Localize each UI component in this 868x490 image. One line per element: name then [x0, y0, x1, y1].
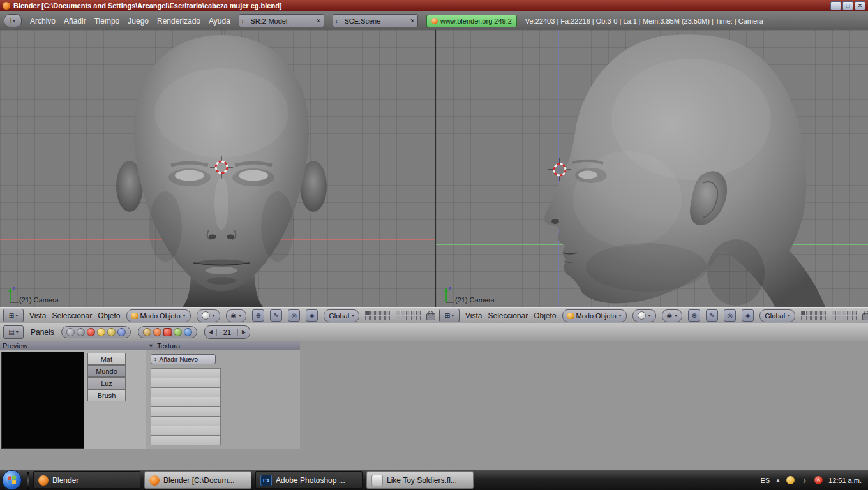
context-shading-button[interactable]: [87, 328, 95, 336]
menu-anadir[interactable]: Añadir: [64, 17, 86, 26]
subcontext-world-button[interactable]: [184, 328, 192, 336]
language-indicator[interactable]: ES: [760, 477, 770, 484]
texture-slot[interactable]: [151, 426, 221, 436]
pivot-dropdown[interactable]: ◉ ▾: [662, 309, 683, 322]
menu-seleccionar[interactable]: Seleccionar: [52, 311, 92, 320]
taskbar-item-photoshop[interactable]: Ps Adobe Photoshop ...: [255, 471, 363, 489]
screen-selector-value[interactable]: SR:2-Model: [246, 17, 313, 25]
texture-slot[interactable]: [151, 416, 221, 426]
subcontext-radio-button[interactable]: [174, 328, 182, 336]
frame-next-icon[interactable]: ▶: [238, 329, 250, 335]
draw-type-dropdown[interactable]: ▾: [632, 309, 656, 322]
subcontext-lamp-button[interactable]: [143, 328, 151, 336]
layer-buttons-group-1[interactable]: [801, 311, 826, 320]
menu-seleccionar[interactable]: Seleccionar: [488, 311, 528, 320]
menu-ayuda[interactable]: Ayuda: [209, 17, 230, 26]
draw-type-dropdown[interactable]: ▾: [197, 309, 220, 322]
texture-slot[interactable]: [151, 387, 221, 397]
menu-juego[interactable]: Juego: [128, 17, 149, 26]
screen-selector[interactable]: ↕ SR:2-Model ✕: [239, 14, 324, 27]
app-menu-button[interactable]: i ▾: [4, 14, 22, 27]
manipulator-rotate-button[interactable]: ◎: [288, 309, 300, 322]
viewport-divider[interactable]: [435, 30, 436, 323]
editor-type-button[interactable]: ⊞ ▾: [3, 309, 24, 322]
taskbar-item-media[interactable]: Like Toy Soldiers.fl...: [366, 471, 474, 489]
mode-dropdown[interactable]: Modo Objeto ▾: [126, 309, 191, 322]
user-tray-icon[interactable]: [786, 476, 795, 484]
info-icon: i: [10, 17, 11, 24]
minimize-button[interactable]: –: [830, 1, 841, 10]
context-script-button[interactable]: [77, 328, 85, 336]
manipulator-snap-button[interactable]: ◈: [306, 309, 318, 322]
manipulator-edit-button[interactable]: ✎: [270, 309, 282, 322]
tray-expand-icon[interactable]: ▲: [775, 477, 781, 483]
texture-slot[interactable]: [151, 435, 221, 445]
screen-close-icon[interactable]: ✕: [313, 18, 324, 24]
pivot-dropdown[interactable]: ◉ ▾: [226, 309, 247, 322]
context-logic-button[interactable]: [66, 328, 75, 336]
viewport-side[interactable]: z (21) Camera: [436, 30, 868, 307]
menu-renderizado[interactable]: Renderizado: [157, 17, 200, 26]
stepper-icon[interactable]: ↕: [239, 18, 247, 24]
stepper-icon[interactable]: ↕: [333, 18, 341, 24]
texture-panel-header[interactable]: ▼ Textura: [146, 341, 300, 350]
context-object-button[interactable]: [97, 328, 105, 336]
viewport-front[interactable]: z (21) Camera: [0, 30, 435, 307]
orientation-dropdown[interactable]: Global ▾: [760, 309, 795, 322]
frame-prev-icon[interactable]: ◀: [205, 329, 216, 335]
manipulator-snap-button[interactable]: ◈: [742, 309, 754, 322]
scene-close-icon[interactable]: ✕: [407, 18, 417, 24]
lock-icon[interactable]: [426, 313, 435, 320]
frame-number-value[interactable]: 21: [216, 329, 238, 336]
texture-slot[interactable]: [151, 368, 221, 378]
texture-slot[interactable]: [151, 397, 221, 407]
preview-panel-header[interactable]: Preview: [0, 341, 146, 350]
taskbar-item-label: Blender [C:\Docum...: [163, 476, 234, 485]
context-editing-button[interactable]: [107, 328, 116, 336]
lock-icon[interactable]: [862, 313, 868, 320]
manipulator-edit-button[interactable]: ✎: [706, 309, 718, 322]
view-axis-icon: z: [6, 285, 20, 304]
texture-slot[interactable]: [151, 378, 221, 388]
media-file-icon: [371, 475, 383, 486]
manipulator-translate-button[interactable]: ⊕: [688, 309, 700, 322]
layer-buttons-group-2[interactable]: [396, 311, 421, 320]
preview-tab-mundo[interactable]: Mundo: [87, 365, 126, 377]
panels-menu[interactable]: Panels: [31, 328, 54, 337]
volume-icon[interactable]: ♪: [800, 476, 809, 484]
scene-selector-value[interactable]: SCE:Scene: [340, 17, 407, 25]
mode-dropdown[interactable]: Modo Objeto ▾: [562, 309, 627, 322]
menu-vista[interactable]: Vista: [29, 311, 46, 320]
menu-archivo[interactable]: Archivo: [30, 17, 56, 26]
manipulator-rotate-button[interactable]: ◎: [724, 309, 736, 322]
menu-objeto[interactable]: Objeto: [98, 311, 120, 320]
manipulator-translate-button[interactable]: ⊕: [252, 309, 264, 322]
orientation-dropdown[interactable]: Global ▾: [324, 309, 359, 322]
start-button[interactable]: [2, 470, 22, 490]
editor-type-button[interactable]: ⊞ ▾: [439, 309, 460, 322]
menu-objeto[interactable]: Objeto: [534, 311, 556, 320]
preview-tab-brush[interactable]: Brush: [87, 389, 126, 401]
frame-number-widget[interactable]: ◀ 21 ▶: [204, 325, 251, 339]
menu-vista[interactable]: Vista: [465, 311, 482, 320]
scene-selector[interactable]: ↕ SCE:Scene ✕: [333, 14, 418, 27]
layer-buttons-group-1[interactable]: [365, 311, 390, 320]
buttons-window-header: ▤ ▾ Panels ◀ 21 ▶: [0, 323, 868, 342]
preview-tab-luz[interactable]: Luz: [87, 377, 126, 389]
editor-type-button[interactable]: ▤ ▾: [3, 325, 24, 339]
collapse-triangle-icon[interactable]: ▼: [148, 343, 154, 349]
taskbar-item-blender-quick[interactable]: Blender: [33, 471, 140, 489]
maximize-button[interactable]: □: [842, 1, 853, 10]
subcontext-texture-button[interactable]: [163, 328, 172, 336]
security-shield-icon[interactable]: ✕: [814, 476, 823, 484]
preview-tab-mat[interactable]: Mat: [87, 353, 126, 365]
subcontext-material-button[interactable]: [153, 328, 161, 336]
3d-cursor: [209, 154, 234, 180]
menu-tiempo[interactable]: Tiempo: [94, 17, 120, 26]
layer-buttons-group-2[interactable]: [832, 311, 857, 320]
taskbar-item-blender-active[interactable]: Blender [C:\Docum...: [144, 471, 251, 489]
context-scene-button[interactable]: [117, 328, 126, 336]
add-new-texture-button[interactable]: ↕ Añadir Nuevo: [151, 354, 216, 364]
close-button[interactable]: ✕: [855, 1, 865, 10]
texture-slot[interactable]: [151, 406, 221, 417]
